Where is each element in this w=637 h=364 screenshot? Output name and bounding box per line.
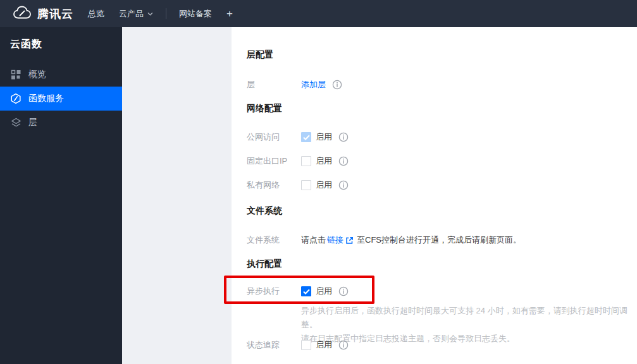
fs-text-after: 至CFS控制台进行开通，完成后请刷新页面。 [357,234,521,246]
topnav-website-beian[interactable]: 网站备案 [179,0,212,27]
chevron-down-icon [147,12,153,16]
private-network-label: 私有网络 [247,179,301,191]
section-heading-network-config: 网络配置 [247,103,282,114]
sidebar-item-layers[interactable]: 层 [0,111,122,135]
topnav-add-tab-button[interactable]: + [226,0,233,27]
tencent-cloud-console: 腾讯云 总览 云产品 网站备案 + 云函数 [0,0,637,364]
sidebar-item-overview[interactable]: 概览 [0,63,122,87]
async-execution-row: 异步执行 启用 [247,285,349,298]
brand-name: 腾讯云 [37,6,73,21]
status-tracking-checkbox[interactable] [301,340,311,350]
info-icon[interactable] [338,156,349,166]
status-tracking-label: 状态追踪 [247,339,301,351]
sidebar: 云函数 概览 [0,27,122,364]
grid-icon [10,69,22,80]
section-heading-execution-config: 执行配置 [247,258,282,270]
enable-label: 启用 [316,131,332,143]
enable-label: 启用 [316,155,332,167]
info-icon[interactable] [338,132,349,142]
function-config-form: 层配置 层 添加层 网络配置 公网访问 启用 固定出 [232,27,637,364]
layer-label: 层 [247,79,301,90]
section-heading-file-system: 文件系统 [247,205,282,217]
topnav-divider [166,8,166,19]
public-access-label: 公网访问 [247,131,301,143]
fixed-ip-label: 固定出口IP [247,155,301,167]
cfs-console-link[interactable]: 链接 [327,234,343,246]
note-line-1: 异步执行启用后，函数执行超时时间最大可支持 24 小时，如有需要，请到执行超时时… [301,304,633,332]
note-line-2: 请在日志配置中指定日志投递主题，否则会导致日志丢失。 [301,332,633,346]
async-execution-checkbox[interactable] [301,286,311,296]
file-system-row: 文件系统 请点击链接 至CFS控制台进行开通，完成后请刷新页面。 [247,234,521,246]
layers-icon [10,117,22,128]
info-icon[interactable] [338,286,349,296]
brand[interactable]: 腾讯云 [13,0,73,27]
topnav-overview[interactable]: 总览 [88,0,104,27]
async-execution-label: 异步执行 [247,286,301,297]
layer-row: 层 添加层 [247,78,342,91]
async-execution-note: 异步执行启用后，函数执行超时时间最大可支持 24 小时，如有需要，请到执行超时时… [301,304,633,346]
sidebar-item-label: 概览 [28,69,46,80]
section-heading-layer-config: 层配置 [247,49,273,61]
fixed-ip-row: 固定出口IP 启用 [247,155,349,167]
add-layer-link[interactable]: 添加层 [301,79,326,90]
status-tracking-row: 状态追踪 启用 [247,339,349,351]
fixed-ip-checkbox[interactable] [301,156,311,166]
enable-label: 启用 [316,179,332,191]
fs-text-before: 请点击 [301,234,326,246]
enable-label: 启用 [316,339,332,351]
info-icon[interactable] [338,340,349,350]
public-access-checkbox [301,132,311,142]
tencent-cloud-logo-icon [13,6,32,21]
external-link-icon [345,236,354,245]
topnav-cloud-products[interactable]: 云产品 [119,0,153,27]
function-icon [10,93,22,104]
info-icon[interactable] [332,80,342,90]
private-network-row: 私有网络 启用 [247,179,349,191]
sidebar-item-function-service[interactable]: 函数服务 [0,87,122,111]
top-navigation-bar: 腾讯云 总览 云产品 网站备案 + [0,0,637,27]
info-icon[interactable] [338,180,349,190]
secondary-panel [122,27,232,364]
sidebar-title: 云函数 [10,38,42,51]
private-network-checkbox[interactable] [301,180,311,190]
sidebar-menu: 概览 函数服务 层 [0,63,122,135]
sidebar-item-label: 函数服务 [28,93,64,104]
public-access-row: 公网访问 启用 [247,131,349,143]
sidebar-item-label: 层 [28,117,37,128]
enable-label: 启用 [316,286,332,297]
file-system-label: 文件系统 [247,234,301,246]
